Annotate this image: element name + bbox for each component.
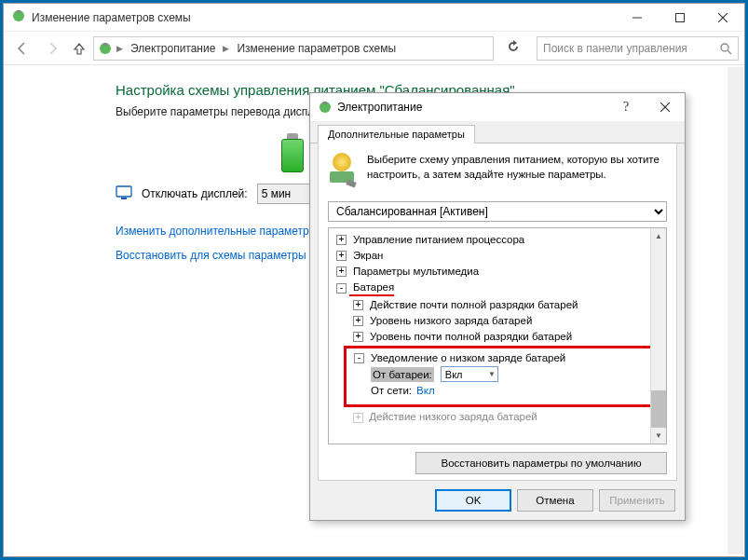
on-battery-combo[interactable]: Вкл▼: [441, 366, 498, 382]
monitor-icon: [116, 185, 132, 203]
dialog-body: Выберите схему управления питанием, кото…: [318, 143, 677, 481]
svg-rect-10: [116, 186, 131, 197]
svg-rect-3: [676, 13, 685, 21]
expand-icon[interactable]: +: [353, 413, 363, 423]
search-placeholder: Поиск в панели управления: [543, 42, 687, 55]
maximize-button[interactable]: [659, 4, 701, 32]
svg-rect-13: [323, 102, 327, 104]
expand-icon[interactable]: +: [353, 332, 363, 342]
back-button[interactable]: [9, 35, 35, 61]
turn-off-display-label: Отключать дисплей:: [142, 187, 248, 200]
tree-node-low-level[interactable]: +Уровень низкого заряда батарей: [347, 313, 664, 329]
tree-node-critical-level[interactable]: +Уровень почти полной разрядки батарей: [347, 329, 664, 345]
tree-node-low-action-partial[interactable]: + Действие низкого заряда батарей: [347, 408, 664, 424]
tree-node-action-critical[interactable]: +Действие почти полной разрядки батарей: [347, 297, 664, 313]
expand-icon[interactable]: +: [353, 300, 363, 310]
scroll-up-button[interactable]: ▲: [651, 228, 666, 244]
title-bar: Изменение параметров схемы: [4, 4, 744, 32]
tree-node-notify[interactable]: -Уведомление о низком заряде батарей: [348, 350, 654, 366]
dialog-tabs: Дополнительные параметры: [310, 121, 685, 143]
power-options-dialog: Электропитание ? Дополнительные параметр…: [309, 92, 686, 521]
dialog-buttons: OK Отмена Применить: [310, 481, 685, 520]
svg-line-9: [728, 50, 731, 54]
chevron-right-icon: ▶: [116, 44, 123, 53]
settings-tree: +Управление питанием процессора +Экран +…: [328, 227, 667, 444]
tree-node-screen[interactable]: +Экран: [331, 248, 664, 264]
dialog-close-button[interactable]: [646, 93, 685, 121]
tree-scrollbar[interactable]: ▲ ▼: [650, 228, 666, 444]
expand-icon[interactable]: +: [336, 266, 347, 277]
expand-icon[interactable]: +: [336, 251, 347, 261]
on-ac-value[interactable]: Вкл: [416, 383, 435, 398]
svg-rect-7: [103, 43, 107, 46]
highlighted-setting: -Уведомление о низком заряде батарей От …: [344, 346, 659, 407]
chevron-right-icon: ▶: [223, 44, 229, 53]
ok-button[interactable]: OK: [435, 489, 511, 512]
refresh-button[interactable]: [501, 40, 525, 56]
chevron-down-icon: ▼: [488, 367, 496, 382]
power-icon: [98, 41, 113, 56]
tree-node-cpu[interactable]: +Управление питанием процессора: [331, 232, 664, 248]
address-bar[interactable]: ▶ Электропитание ▶ Изменение параметров …: [93, 36, 494, 61]
power-plan-select[interactable]: Сбалансированная [Активен]: [328, 201, 667, 222]
help-button[interactable]: ?: [606, 93, 646, 121]
power-icon: [318, 100, 333, 115]
tree-node-battery[interactable]: -Батарея: [331, 280, 664, 297]
tree-node-multimedia[interactable]: +Параметры мультимедиа: [331, 264, 664, 280]
app-icon: [11, 8, 26, 26]
collapse-icon[interactable]: -: [354, 353, 364, 363]
search-box[interactable]: Поиск в панели управления: [537, 36, 739, 61]
up-button[interactable]: [69, 35, 89, 61]
svg-rect-1: [17, 10, 20, 13]
lamp-icon: [328, 153, 360, 190]
forward-button[interactable]: [39, 35, 65, 61]
scrollbar[interactable]: [728, 67, 743, 554]
tree-leaf-on-battery[interactable]: От батареи: Вкл▼: [365, 366, 654, 383]
battery-illustration: [276, 133, 313, 174]
breadcrumb-item[interactable]: Изменение параметров схемы: [233, 40, 400, 57]
on-battery-label: От батареи:: [371, 367, 434, 382]
scroll-thumb[interactable]: [651, 390, 666, 428]
cancel-button[interactable]: Отмена: [517, 489, 593, 512]
search-icon: [719, 42, 732, 55]
minimize-button[interactable]: [616, 4, 659, 32]
apply-button[interactable]: Применить: [599, 489, 675, 512]
svg-point-8: [721, 44, 728, 51]
restore-defaults-button[interactable]: Восстановить параметры по умолчанию: [415, 452, 667, 474]
close-button[interactable]: [701, 4, 744, 32]
dialog-title-bar: Электропитание ?: [310, 93, 685, 121]
breadcrumb-item[interactable]: Электропитание: [127, 40, 219, 57]
nav-bar: ▶ Электропитание ▶ Изменение параметров …: [4, 32, 744, 65]
collapse-icon[interactable]: -: [336, 283, 347, 294]
on-ac-label: От сети:: [371, 383, 412, 398]
expand-icon[interactable]: +: [336, 235, 347, 245]
dialog-description: Выберите схему управления питанием, кото…: [367, 153, 667, 190]
expand-icon[interactable]: +: [353, 316, 363, 326]
dialog-title: Электропитание: [337, 101, 422, 114]
tab-advanced[interactable]: Дополнительные параметры: [318, 125, 475, 143]
window-title: Изменение параметров схемы: [32, 11, 191, 24]
tree-leaf-on-ac[interactable]: От сети: Вкл: [365, 383, 654, 399]
scroll-down-button[interactable]: ▼: [651, 428, 666, 444]
svg-rect-11: [121, 198, 127, 199]
